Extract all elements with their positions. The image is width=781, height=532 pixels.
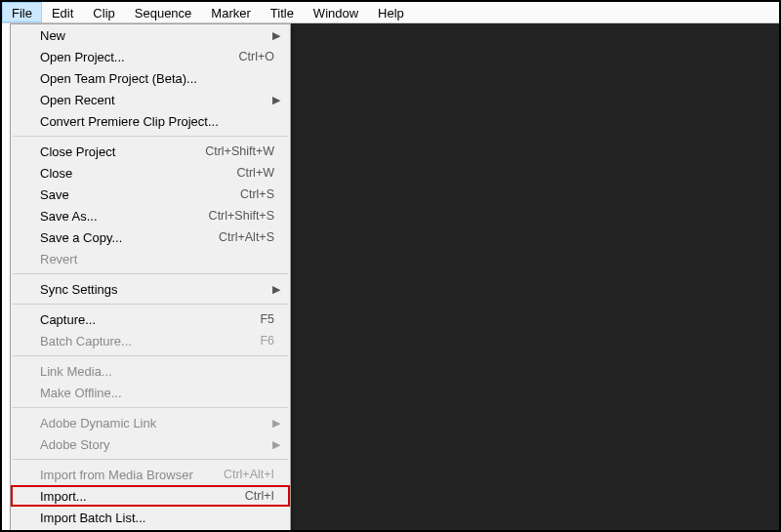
- menu-item-close-project[interactable]: Close Project Ctrl+Shift+W: [11, 141, 290, 162]
- menubar-item-window[interactable]: Window: [304, 2, 368, 22]
- menu-item-label: Adobe Dynamic Link: [40, 416, 270, 430]
- menu-item-label: Import Batch List...: [40, 511, 280, 525]
- menubar-item-label: Help: [378, 6, 404, 20]
- menu-item-label: Save: [40, 187, 240, 202]
- menu-item-label: Import from Media Browser: [40, 468, 224, 482]
- menu-item-adobe-dynamic-link: Adobe Dynamic Link ▶: [11, 412, 290, 433]
- menu-separator: [13, 355, 288, 356]
- menu-item-shortcut: Ctrl+Shift+W: [205, 144, 280, 158]
- menu-item-sync-settings[interactable]: Sync Settings ▶: [11, 278, 290, 300]
- menu-separator: [13, 304, 288, 305]
- menu-item-new[interactable]: New ▶: [11, 24, 290, 46]
- menu-item-label: Close: [40, 166, 236, 181]
- menu-item-open-recent[interactable]: Open Recent ▶: [11, 89, 290, 110]
- menu-item-label: New: [40, 28, 270, 43]
- menubar-item-help[interactable]: Help: [368, 2, 414, 22]
- menu-item-open-project[interactable]: Open Project... Ctrl+O: [11, 46, 290, 67]
- menu-item-open-team-project[interactable]: Open Team Project (Beta)...: [11, 67, 290, 89]
- menu-item-capture[interactable]: Capture... F5: [11, 308, 290, 330]
- chevron-right-icon: ▶: [270, 284, 280, 295]
- menu-item-label: Sync Settings: [40, 282, 270, 297]
- menu-item-label: Link Media...: [40, 364, 280, 379]
- menu-item-adobe-story: Adobe Story ▶: [11, 433, 290, 455]
- menu-item-save-a-copy[interactable]: Save a Copy... Ctrl+Alt+S: [11, 226, 290, 248]
- menu-item-label: Open Recent: [40, 93, 270, 107]
- menu-item-link-media: Link Media...: [11, 360, 290, 382]
- menubar-item-label: Sequence: [135, 6, 192, 20]
- menu-separator: [13, 136, 288, 137]
- menubar-item-label: Clip: [93, 6, 114, 20]
- menubar-item-file[interactable]: File: [2, 2, 42, 22]
- menu-item-shortcut: Ctrl+Shift+S: [209, 209, 280, 223]
- menu-item-label: Open Project...: [40, 50, 239, 64]
- menu-item-shortcut: Ctrl+Alt+S: [219, 230, 280, 244]
- file-menu: New ▶ Open Project... Ctrl+O Open Team P…: [10, 23, 291, 532]
- menu-item-shortcut: Ctrl+Alt+I: [224, 468, 280, 481]
- menu-item-import[interactable]: Import... Ctrl+I: [11, 485, 290, 507]
- menu-item-shortcut: Ctrl+I: [245, 489, 280, 503]
- menu-item-label: Open Team Project (Beta)...: [40, 71, 280, 86]
- chevron-right-icon: ▶: [270, 439, 280, 450]
- menu-item-convert-premiere-clip[interactable]: Convert Premiere Clip Project...: [11, 110, 290, 132]
- menu-item-import-recent-file[interactable]: Import Recent File ▶: [11, 528, 290, 532]
- menu-item-save-as[interactable]: Save As... Ctrl+Shift+S: [11, 205, 290, 226]
- menubar-item-clip[interactable]: Clip: [83, 2, 124, 22]
- menubar-item-label: File: [12, 6, 32, 20]
- menu-item-label: Batch Capture...: [40, 334, 260, 348]
- menu-separator: [13, 273, 288, 274]
- menu-item-make-offline: Make Offline...: [11, 382, 290, 403]
- menu-item-close[interactable]: Close Ctrl+W: [11, 162, 290, 184]
- menubar-item-label: Marker: [211, 6, 250, 20]
- menu-item-label: Adobe Story: [40, 437, 270, 452]
- menubar-item-sequence[interactable]: Sequence: [125, 2, 202, 22]
- chevron-right-icon: ▶: [270, 30, 280, 41]
- menu-item-shortcut: Ctrl+W: [236, 166, 280, 180]
- workspace-area: [291, 23, 779, 530]
- menu-item-save[interactable]: Save Ctrl+S: [11, 184, 290, 205]
- menu-item-shortcut: F6: [260, 334, 280, 348]
- menu-separator: [13, 407, 288, 408]
- menubar-item-marker[interactable]: Marker: [201, 2, 260, 22]
- menubar-item-edit[interactable]: Edit: [42, 2, 83, 22]
- menubar-item-label: Title: [270, 6, 294, 20]
- menu-item-shortcut: F5: [260, 312, 280, 326]
- menubar-item-label: Edit: [52, 6, 73, 20]
- menu-item-revert: Revert: [11, 248, 290, 269]
- menu-item-batch-capture: Batch Capture... F6: [11, 330, 290, 351]
- menu-separator: [13, 459, 288, 460]
- menu-item-label: Revert: [40, 252, 280, 266]
- menu-item-label: Save As...: [40, 209, 209, 224]
- menu-item-label: Save a Copy...: [40, 230, 219, 245]
- menu-item-label: Close Project: [40, 144, 205, 159]
- menubar: File Edit Clip Sequence Marker Title Win…: [2, 2, 779, 23]
- menu-item-label: Convert Premiere Clip Project...: [40, 114, 280, 129]
- menu-item-import-batch-list[interactable]: Import Batch List...: [11, 507, 290, 528]
- menu-item-label: Import...: [40, 489, 245, 504]
- menu-item-shortcut: Ctrl+S: [240, 187, 280, 201]
- chevron-right-icon: ▶: [270, 95, 280, 105]
- menu-item-label: Capture...: [40, 312, 260, 327]
- menu-item-shortcut: Ctrl+O: [239, 50, 280, 63]
- menubar-item-label: Window: [313, 6, 358, 20]
- menu-item-label: Make Offline...: [40, 386, 280, 400]
- menu-item-import-from-media-browser: Import from Media Browser Ctrl+Alt+I: [11, 464, 290, 485]
- chevron-right-icon: ▶: [270, 418, 280, 429]
- menubar-item-title[interactable]: Title: [261, 2, 304, 22]
